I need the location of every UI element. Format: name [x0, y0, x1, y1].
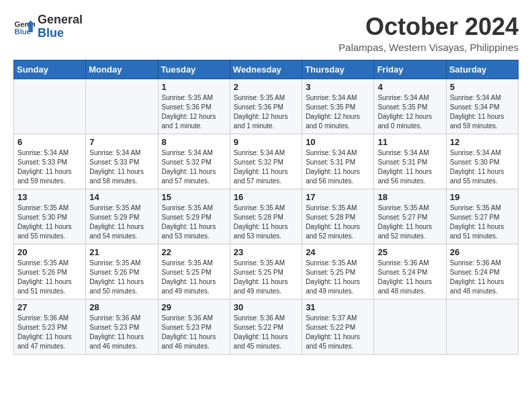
title-block: October 2024 Palampas, Western Visayas, …	[339, 13, 519, 53]
calendar-week-row: 1Sunrise: 5:35 AM Sunset: 5:36 PM Daylig…	[14, 79, 519, 134]
weekday-header-monday: Monday	[86, 60, 158, 79]
calendar-week-row: 6Sunrise: 5:34 AM Sunset: 5:33 PM Daylig…	[14, 134, 519, 189]
calendar-cell: 28Sunrise: 5:36 AM Sunset: 5:23 PM Dayli…	[86, 299, 158, 354]
day-info: Sunrise: 5:36 AM Sunset: 5:23 PM Dayligh…	[17, 314, 82, 351]
weekday-header-saturday: Saturday	[446, 60, 518, 79]
day-number: 16	[234, 192, 298, 202]
calendar-cell: 6Sunrise: 5:34 AM Sunset: 5:33 PM Daylig…	[14, 134, 86, 189]
calendar-cell: 31Sunrise: 5:37 AM Sunset: 5:22 PM Dayli…	[302, 299, 374, 354]
calendar-week-row: 20Sunrise: 5:35 AM Sunset: 5:26 PM Dayli…	[14, 244, 519, 299]
day-number: 14	[89, 192, 154, 202]
calendar-cell: 18Sunrise: 5:35 AM Sunset: 5:27 PM Dayli…	[374, 189, 446, 244]
day-info: Sunrise: 5:35 AM Sunset: 5:36 PM Dayligh…	[162, 93, 226, 131]
weekday-header-sunday: Sunday	[14, 60, 86, 79]
day-info: Sunrise: 5:34 AM Sunset: 5:35 PM Dayligh…	[306, 93, 370, 131]
calendar-cell: 14Sunrise: 5:35 AM Sunset: 5:29 PM Dayli…	[86, 189, 158, 244]
calendar-cell: 10Sunrise: 5:34 AM Sunset: 5:31 PM Dayli…	[302, 134, 374, 189]
day-info: Sunrise: 5:34 AM Sunset: 5:33 PM Dayligh…	[17, 148, 82, 186]
calendar-cell: 1Sunrise: 5:35 AM Sunset: 5:36 PM Daylig…	[158, 79, 230, 134]
calendar-cell	[14, 79, 86, 134]
day-number: 27	[17, 302, 82, 312]
day-number: 4	[378, 82, 442, 92]
day-number: 25	[378, 247, 442, 257]
day-number: 13	[17, 192, 82, 202]
day-info: Sunrise: 5:35 AM Sunset: 5:26 PM Dayligh…	[17, 259, 82, 296]
day-number: 6	[17, 137, 82, 147]
day-info: Sunrise: 5:36 AM Sunset: 5:23 PM Dayligh…	[89, 314, 154, 351]
day-info: Sunrise: 5:35 AM Sunset: 5:27 PM Dayligh…	[450, 203, 515, 241]
calendar-cell: 19Sunrise: 5:35 AM Sunset: 5:27 PM Dayli…	[446, 189, 518, 244]
calendar-cell: 22Sunrise: 5:35 AM Sunset: 5:25 PM Dayli…	[158, 244, 230, 299]
day-info: Sunrise: 5:34 AM Sunset: 5:31 PM Dayligh…	[306, 148, 370, 186]
calendar-cell: 11Sunrise: 5:34 AM Sunset: 5:31 PM Dayli…	[374, 134, 446, 189]
day-number: 15	[162, 192, 226, 202]
day-info: Sunrise: 5:35 AM Sunset: 5:25 PM Dayligh…	[306, 259, 370, 296]
day-info: Sunrise: 5:34 AM Sunset: 5:33 PM Dayligh…	[89, 148, 154, 186]
day-info: Sunrise: 5:35 AM Sunset: 5:28 PM Dayligh…	[234, 203, 298, 241]
month-title: October 2024	[339, 13, 519, 40]
calendar-cell: 23Sunrise: 5:35 AM Sunset: 5:25 PM Dayli…	[230, 244, 302, 299]
svg-text:Blue: Blue	[15, 28, 31, 36]
logo: General Blue General Blue	[13, 13, 83, 40]
day-number: 7	[89, 137, 154, 147]
logo-icon: General Blue	[13, 16, 35, 38]
calendar-cell	[446, 299, 518, 354]
weekday-header-friday: Friday	[374, 60, 446, 79]
calendar-cell	[374, 299, 446, 354]
day-number: 8	[162, 137, 226, 147]
calendar-cell: 16Sunrise: 5:35 AM Sunset: 5:28 PM Dayli…	[230, 189, 302, 244]
day-number: 2	[234, 82, 298, 92]
day-number: 19	[450, 192, 515, 202]
day-number: 23	[234, 247, 298, 257]
day-info: Sunrise: 5:35 AM Sunset: 5:29 PM Dayligh…	[89, 203, 154, 241]
calendar-cell: 9Sunrise: 5:34 AM Sunset: 5:32 PM Daylig…	[230, 134, 302, 189]
calendar-cell: 20Sunrise: 5:35 AM Sunset: 5:26 PM Dayli…	[14, 244, 86, 299]
calendar-cell: 30Sunrise: 5:36 AM Sunset: 5:22 PM Dayli…	[230, 299, 302, 354]
day-number: 26	[450, 247, 515, 257]
day-number: 11	[378, 137, 442, 147]
day-number: 30	[234, 302, 298, 312]
day-number: 31	[306, 302, 370, 312]
day-info: Sunrise: 5:35 AM Sunset: 5:27 PM Dayligh…	[378, 203, 442, 241]
day-info: Sunrise: 5:36 AM Sunset: 5:23 PM Dayligh…	[162, 314, 226, 351]
calendar-cell: 17Sunrise: 5:35 AM Sunset: 5:28 PM Dayli…	[302, 189, 374, 244]
day-info: Sunrise: 5:34 AM Sunset: 5:32 PM Dayligh…	[234, 148, 298, 186]
day-info: Sunrise: 5:35 AM Sunset: 5:28 PM Dayligh…	[306, 203, 370, 241]
day-info: Sunrise: 5:34 AM Sunset: 5:32 PM Dayligh…	[162, 148, 226, 186]
day-number: 21	[89, 247, 154, 257]
weekday-header-wednesday: Wednesday	[230, 60, 302, 79]
weekday-header-tuesday: Tuesday	[158, 60, 230, 79]
calendar-week-row: 27Sunrise: 5:36 AM Sunset: 5:23 PM Dayli…	[14, 299, 519, 354]
day-number: 17	[306, 192, 370, 202]
calendar-cell: 5Sunrise: 5:34 AM Sunset: 5:34 PM Daylig…	[446, 79, 518, 134]
logo-text: General Blue	[38, 13, 83, 40]
day-info: Sunrise: 5:34 AM Sunset: 5:31 PM Dayligh…	[378, 148, 442, 186]
day-number: 10	[306, 137, 370, 147]
day-info: Sunrise: 5:35 AM Sunset: 5:36 PM Dayligh…	[234, 93, 298, 131]
calendar-cell: 15Sunrise: 5:35 AM Sunset: 5:29 PM Dayli…	[158, 189, 230, 244]
page-header: General Blue General Blue October 2024 P…	[13, 13, 519, 53]
day-info: Sunrise: 5:34 AM Sunset: 5:30 PM Dayligh…	[450, 148, 515, 186]
calendar-cell: 7Sunrise: 5:34 AM Sunset: 5:33 PM Daylig…	[86, 134, 158, 189]
calendar-table: SundayMondayTuesdayWednesdayThursdayFrid…	[13, 60, 519, 355]
day-info: Sunrise: 5:34 AM Sunset: 5:35 PM Dayligh…	[378, 93, 442, 131]
day-info: Sunrise: 5:36 AM Sunset: 5:24 PM Dayligh…	[450, 259, 515, 296]
calendar-cell: 12Sunrise: 5:34 AM Sunset: 5:30 PM Dayli…	[446, 134, 518, 189]
day-number: 1	[162, 82, 226, 92]
calendar-cell: 8Sunrise: 5:34 AM Sunset: 5:32 PM Daylig…	[158, 134, 230, 189]
weekday-header-thursday: Thursday	[302, 60, 374, 79]
day-info: Sunrise: 5:35 AM Sunset: 5:25 PM Dayligh…	[162, 259, 226, 296]
calendar-cell: 29Sunrise: 5:36 AM Sunset: 5:23 PM Dayli…	[158, 299, 230, 354]
day-info: Sunrise: 5:35 AM Sunset: 5:25 PM Dayligh…	[234, 259, 298, 296]
calendar-cell: 4Sunrise: 5:34 AM Sunset: 5:35 PM Daylig…	[374, 79, 446, 134]
day-info: Sunrise: 5:36 AM Sunset: 5:24 PM Dayligh…	[378, 259, 442, 296]
calendar-cell: 25Sunrise: 5:36 AM Sunset: 5:24 PM Dayli…	[374, 244, 446, 299]
calendar-cell: 27Sunrise: 5:36 AM Sunset: 5:23 PM Dayli…	[14, 299, 86, 354]
day-number: 20	[17, 247, 82, 257]
day-number: 18	[378, 192, 442, 202]
calendar-cell: 3Sunrise: 5:34 AM Sunset: 5:35 PM Daylig…	[302, 79, 374, 134]
calendar-cell: 2Sunrise: 5:35 AM Sunset: 5:36 PM Daylig…	[230, 79, 302, 134]
location-subtitle: Palampas, Western Visayas, Philippines	[339, 42, 519, 53]
calendar-cell: 24Sunrise: 5:35 AM Sunset: 5:25 PM Dayli…	[302, 244, 374, 299]
day-number: 22	[162, 247, 226, 257]
